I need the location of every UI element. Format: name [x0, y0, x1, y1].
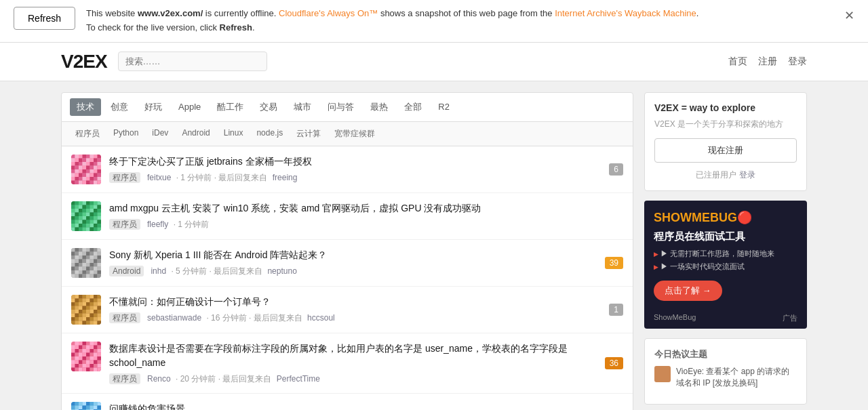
primary-tab-问与答[interactable]: 问与答 — [321, 98, 361, 116]
svg-rect-225 — [75, 310, 79, 314]
primary-tab-技术[interactable]: 技术 — [70, 98, 101, 116]
post-author[interactable]: Renco — [147, 374, 171, 384]
primary-tab-城市[interactable]: 城市 — [287, 98, 318, 116]
post-node-tag[interactable]: Android — [109, 266, 144, 276]
svg-rect-280 — [71, 352, 75, 356]
svg-rect-296 — [71, 360, 75, 364]
post-last-user[interactable]: freeing — [273, 173, 298, 182]
post-author[interactable]: fleefly — [147, 220, 168, 229]
nav-login[interactable]: 登录 — [788, 56, 807, 68]
svg-rect-244 — [86, 317, 90, 321]
primary-tab-交易[interactable]: 交易 — [253, 98, 284, 116]
table-row[interactable]: 终于下定决心买了正版 jetbrains 全家桶一年授权程序员feitxue ·… — [62, 146, 633, 193]
register-button[interactable]: 现在注册 — [654, 138, 797, 163]
svg-rect-70 — [94, 201, 98, 205]
post-node-tag[interactable]: 程序员 — [109, 373, 140, 384]
svg-rect-275 — [83, 349, 87, 353]
svg-rect-31 — [98, 165, 102, 169]
secondary-tab-iDev[interactable]: iDev — [146, 126, 174, 142]
table-row[interactable]: 数据库表设计是否需要在字段前标注字段的所属对象，比如用户表的名字是 user_n… — [62, 333, 633, 394]
close-icon[interactable]: ✕ — [844, 8, 854, 23]
post-author[interactable]: sebastianwade — [147, 313, 201, 323]
table-row[interactable]: 不懂就问：如何正确设计一个订单号？程序员sebastianwade · 16 分… — [62, 287, 633, 333]
svg-rect-303 — [98, 360, 102, 364]
post-author[interactable]: feitxue — [147, 173, 171, 182]
svg-rect-212 — [86, 302, 90, 306]
table-row[interactable]: 问赚钱的危害场景程序员user6 · 25 分钟前 — [62, 394, 633, 410]
svg-rect-150 — [94, 255, 98, 260]
table-row[interactable]: amd mxgpu 云主机 安装了 win10 系统，安装 amd 官网驱动后，… — [62, 193, 633, 240]
secondary-tab-Android[interactable]: Android — [176, 126, 215, 142]
post-node-tag[interactable]: 程序员 — [109, 312, 140, 323]
svg-rect-183 — [98, 270, 102, 274]
svg-rect-299 — [83, 360, 87, 364]
svg-rect-96 — [71, 216, 75, 220]
svg-rect-90 — [79, 212, 83, 216]
list-item[interactable]: VioEye: 查看某个 app 的请求的域名和 IP [发放兑换码] — [654, 366, 797, 389]
primary-tab-最热[interactable]: 最热 — [363, 98, 395, 116]
svg-rect-333 — [90, 405, 94, 409]
svg-rect-308 — [86, 364, 90, 368]
avatar — [71, 248, 101, 278]
primary-tab-好玩[interactable]: 好玩 — [138, 98, 169, 116]
site-logo[interactable]: V2EX — [61, 51, 107, 73]
svg-rect-311 — [98, 364, 102, 368]
search-input[interactable] — [118, 52, 267, 71]
secondary-tabs: 程序员PythoniDevAndroidLinuxnode.js云计算宽带症候群 — [61, 122, 633, 146]
primary-tab-创意[interactable]: 创意 — [104, 98, 135, 116]
primary-tab-全部[interactable]: 全部 — [397, 98, 429, 116]
svg-rect-228 — [86, 310, 90, 314]
svg-rect-108 — [86, 220, 90, 224]
website-url: www.v2ex.com/ — [138, 8, 203, 18]
svg-rect-105 — [75, 220, 79, 224]
svg-rect-44 — [86, 173, 90, 177]
svg-rect-122 — [79, 227, 83, 231]
login-link[interactable]: 登录 — [739, 170, 755, 180]
svg-rect-240 — [71, 317, 75, 321]
post-last-user[interactable]: PerfectTime — [277, 374, 320, 384]
svg-rect-313 — [75, 367, 79, 371]
primary-tab-酷工作[interactable]: 酷工作 — [210, 98, 250, 116]
svg-rect-68 — [86, 201, 90, 205]
svg-rect-22 — [94, 162, 98, 166]
post-last-user[interactable]: neptuno — [267, 266, 296, 276]
svg-rect-208 — [71, 302, 75, 306]
cf-link[interactable]: Cloudflare's Always On™ — [279, 8, 378, 18]
banner-line1: This website www.v2ex.com/ is currently … — [86, 8, 698, 18]
svg-rect-235 — [83, 313, 87, 317]
svg-rect-36 — [86, 169, 90, 173]
svg-rect-168 — [71, 266, 75, 270]
svg-rect-317 — [90, 367, 94, 371]
ad-cta-button[interactable]: 点击了解 → — [654, 281, 722, 301]
svg-rect-196 — [86, 295, 90, 299]
svg-rect-319 — [98, 367, 102, 371]
secondary-tab-宽带症候群[interactable]: 宽带症候群 — [329, 126, 380, 142]
secondary-tab-Python[interactable]: Python — [108, 126, 144, 142]
post-last-user[interactable]: hccsoul — [307, 313, 335, 323]
secondary-tab-Linux[interactable]: Linux — [218, 126, 249, 142]
svg-rect-48 — [71, 177, 75, 181]
primary-tab-R2[interactable]: R2 — [431, 99, 456, 115]
post-body: 不懂就问：如何正确设计一个订单号？程序员sebastianwade · 16 分… — [109, 295, 601, 324]
primary-tab-Apple[interactable]: Apple — [172, 99, 208, 115]
svg-rect-286 — [94, 352, 98, 356]
post-node-tag[interactable]: 程序员 — [109, 219, 140, 230]
svg-rect-293 — [90, 356, 94, 361]
secondary-tab-程序员[interactable]: 程序员 — [70, 126, 105, 142]
svg-rect-65 — [75, 201, 79, 205]
nav-home[interactable]: 首页 — [728, 56, 747, 68]
nav-register[interactable]: 注册 — [758, 56, 777, 68]
svg-rect-284 — [86, 352, 90, 356]
post-author[interactable]: inhd — [151, 266, 166, 276]
svg-rect-269 — [90, 345, 94, 349]
secondary-tab-node.js[interactable]: node.js — [251, 126, 288, 142]
archive-link[interactable]: Internet Archive's Wayback Machine — [555, 8, 696, 18]
svg-rect-139 — [83, 251, 87, 255]
svg-rect-217 — [75, 306, 79, 310]
refresh-button[interactable]: Refresh — [14, 7, 75, 30]
secondary-tab-云计算[interactable]: 云计算 — [291, 126, 326, 142]
svg-rect-297 — [75, 360, 79, 364]
svg-rect-182 — [94, 270, 98, 274]
table-row[interactable]: Sony 新机 Xperia 1 III 能否在 Android 阵营站起来？A… — [62, 240, 633, 287]
post-node-tag[interactable]: 程序员 — [109, 172, 140, 183]
